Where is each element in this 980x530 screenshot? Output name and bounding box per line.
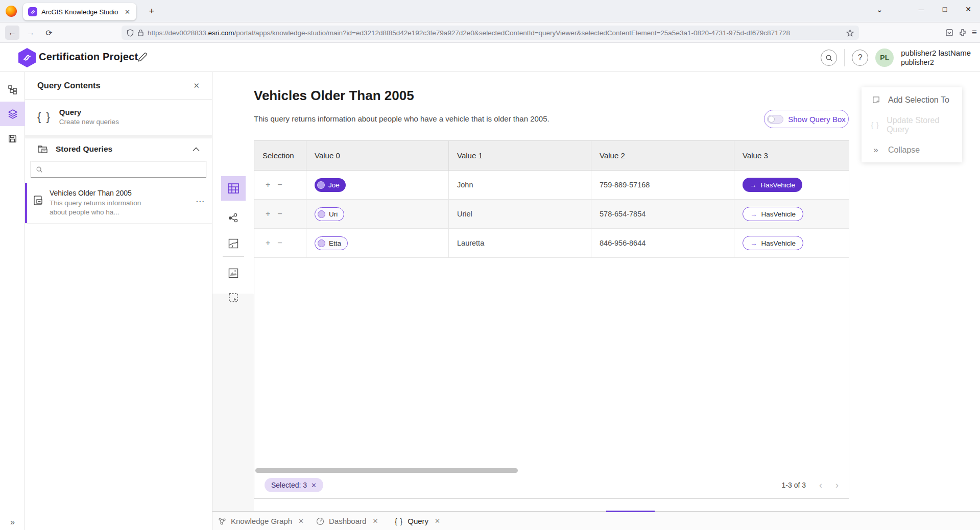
stored-queries-header[interactable]: Stored Queries <box>25 138 212 159</box>
tab-knowledge-graph[interactable]: Knowledge Graph ✕ <box>218 512 304 530</box>
cell-value: Uriel <box>449 200 591 228</box>
cell-value: John <box>449 171 591 199</box>
clear-selection-icon[interactable]: ✕ <box>311 481 317 489</box>
table-row[interactable]: +− Uri Uriel 578-654-7854 →HasVehicle <box>254 200 849 229</box>
tab-query[interactable]: { } Query ✕ <box>395 512 440 530</box>
pocket-save-icon[interactable] <box>945 29 953 37</box>
tool-rail-background <box>212 294 254 528</box>
expand-rail-icon[interactable]: » <box>0 518 25 527</box>
table-row[interactable]: +− Etta Lauretta 846-956-8644 →HasVehicl… <box>254 229 849 258</box>
stored-query-doc-icon <box>33 195 43 217</box>
user-avatar[interactable]: PL <box>875 49 894 67</box>
shield-icon[interactable] <box>127 29 134 37</box>
url-text: https://dev0028833.esri.com/portal/apps/… <box>148 29 842 37</box>
remove-from-selection-icon[interactable]: − <box>277 209 282 219</box>
help-button[interactable]: ? <box>852 50 868 66</box>
add-selection-icon <box>871 95 881 104</box>
stored-query-item[interactable]: Vehicles Older Than 2005 This query retu… <box>25 183 212 224</box>
hamburger-menu-icon[interactable]: ≡ <box>972 28 977 38</box>
next-page-icon[interactable]: › <box>835 480 839 491</box>
bottom-tab-bar: Knowledge Graph ✕ Dashboard ✕ { } Query … <box>212 511 980 530</box>
section-divider <box>25 135 212 138</box>
arrow-right-icon: → <box>750 210 757 218</box>
entity-dot-icon <box>318 239 325 247</box>
selected-count-chip[interactable]: Selected: 3 ✕ <box>265 478 323 492</box>
query-create-item[interactable]: { } Query Create new queries <box>25 100 212 135</box>
prev-page-icon[interactable]: ‹ <box>819 480 822 491</box>
entity-dot-icon <box>318 210 325 218</box>
tab-close-icon[interactable]: ✕ <box>298 517 304 525</box>
firefox-icon[interactable] <box>6 6 17 17</box>
relationship-pill[interactable]: →HasVehicle <box>743 178 802 192</box>
forward-button[interactable]: → <box>23 26 38 40</box>
pagination-range: 1-3 of 3 <box>782 481 806 489</box>
view-tool-rail <box>212 72 254 530</box>
tab-list-dropdown-icon[interactable]: ⌄ <box>876 5 883 14</box>
layers-icon[interactable] <box>0 102 25 126</box>
edit-title-pencil-icon[interactable] <box>137 52 149 64</box>
toggle-label: Show Query Box <box>788 115 846 124</box>
scene-view-icon[interactable] <box>221 261 246 285</box>
reload-button[interactable]: ⟳ <box>42 26 56 40</box>
folder-icon <box>37 144 49 154</box>
tab-close-icon[interactable]: ✕ <box>372 517 378 525</box>
remove-from-selection-icon[interactable]: − <box>277 180 282 189</box>
header-divider <box>844 49 845 66</box>
search-input[interactable] <box>47 165 201 174</box>
add-to-selection-icon[interactable]: + <box>266 209 270 219</box>
window-maximize-button[interactable]: □ <box>933 0 957 18</box>
entity-pill[interactable]: Joe <box>315 178 346 192</box>
relationship-pill[interactable]: →HasVehicle <box>743 236 803 250</box>
entity-dot-icon <box>317 181 325 189</box>
tab-close-icon[interactable]: ✕ <box>435 517 440 525</box>
entity-pill[interactable]: Etta <box>315 236 348 250</box>
entity-pill[interactable]: Uri <box>315 207 344 221</box>
data-model-icon[interactable] <box>0 77 25 102</box>
active-tab-underline <box>606 511 655 512</box>
lock-icon[interactable] <box>138 29 144 36</box>
column-header: Value 3 <box>734 141 849 170</box>
toggle-switch[interactable] <box>767 115 783 124</box>
knowledge-studio-logo <box>18 48 36 67</box>
search-button[interactable] <box>821 50 837 66</box>
panel-close-icon[interactable]: ✕ <box>193 81 200 90</box>
selection-context-menu: Add Selection To { } Update Stored Query… <box>862 87 962 162</box>
new-tab-button[interactable]: + <box>145 4 159 18</box>
map-view-icon[interactable] <box>221 231 246 256</box>
braces-icon: { } <box>871 121 879 129</box>
collapse-section-chevron-icon[interactable] <box>193 147 200 152</box>
back-button[interactable]: ← <box>5 26 19 40</box>
save-icon[interactable] <box>0 126 25 151</box>
selected-indicator-bar <box>25 183 27 223</box>
item-options-kebab-icon[interactable]: ⋯ <box>196 196 205 207</box>
table-footer: Selected: 3 ✕ 1-3 of 3 ‹ › <box>254 472 849 498</box>
tab-dashboard[interactable]: Dashboard ✕ <box>316 512 378 530</box>
relationship-pill[interactable]: →HasVehicle <box>743 207 803 221</box>
query-results-table: Selection Value 0 Value 1 Value 2 Value … <box>254 140 849 499</box>
menu-item-add-selection-to[interactable]: Add Selection To <box>862 87 962 112</box>
add-to-selection-icon[interactable]: + <box>266 238 270 248</box>
add-to-selection-icon[interactable]: + <box>266 180 270 189</box>
link-chart-view-icon[interactable] <box>221 206 246 230</box>
table-view-icon[interactable] <box>221 176 246 201</box>
browser-tab[interactable]: ArcGIS Knowledge Studio ✕ <box>23 3 136 20</box>
window-close-button[interactable]: ✕ <box>957 0 980 18</box>
stored-queries-search[interactable] <box>31 161 206 178</box>
table-row[interactable]: +− Joe John 759-889-57168 →HasVehicle <box>254 171 849 200</box>
arcgis-favicon-icon <box>28 7 37 16</box>
menu-item-collapse[interactable]: » Collapse <box>862 137 962 162</box>
tab-close-icon[interactable]: ✕ <box>124 8 131 16</box>
show-query-box-toggle[interactable]: Show Query Box <box>764 110 849 128</box>
menu-item-update-stored-query[interactable]: { } Update Stored Query <box>862 112 962 137</box>
query-contents-panel: Query Contents ✕ { } Query Create new qu… <box>25 72 212 530</box>
cell-value: 578-654-7854 <box>591 200 734 228</box>
remove-from-selection-icon[interactable]: − <box>277 238 282 248</box>
extensions-icon[interactable] <box>959 29 967 37</box>
select-tool-icon[interactable] <box>221 285 246 310</box>
column-header: Value 1 <box>449 141 591 170</box>
bookmark-star-icon[interactable] <box>846 29 854 37</box>
window-minimize-button[interactable]: — <box>910 0 933 18</box>
url-bar[interactable]: https://dev0028833.esri.com/portal/apps/… <box>122 26 859 40</box>
page-description: This query returns information about peo… <box>254 114 549 123</box>
panel-title: Query Contents <box>37 81 193 90</box>
